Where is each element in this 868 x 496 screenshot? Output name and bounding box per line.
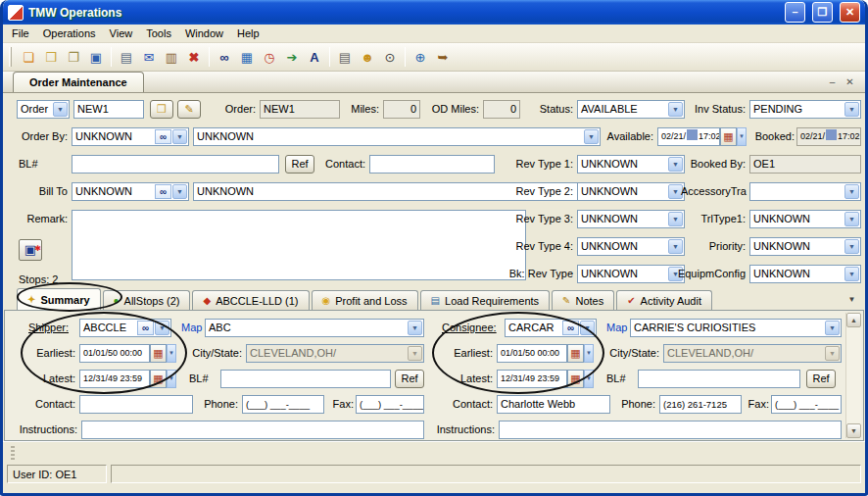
combo-arrow-icon[interactable]	[844, 184, 859, 199]
binoculars-icon[interactable]	[155, 129, 171, 144]
combo-arrow-icon[interactable]	[172, 129, 187, 144]
tab-order-maintenance[interactable]: Order Maintenance	[13, 72, 144, 92]
shipper-ref-button[interactable]: Ref	[395, 370, 424, 388]
printer-icon[interactable]: ▤	[334, 46, 356, 68]
menu-file[interactable]: File	[5, 25, 36, 41]
calendar-picker-icon[interactable]	[150, 344, 167, 363]
consignee-fax-input[interactable]: (___) ___-____	[771, 395, 842, 414]
rev-type-4-select[interactable]: UNKNOWN	[577, 237, 685, 256]
shipper-map-label[interactable]: Map	[181, 322, 207, 334]
combo-arrow-icon[interactable]	[844, 212, 859, 226]
consignee-code-field[interactable]: CARCAR	[505, 319, 597, 337]
consignee-contact-input[interactable]: Charlotte Webb	[497, 395, 610, 414]
available-date-field[interactable]: 02/21/17:02	[657, 127, 720, 146]
calendar-picker-icon[interactable]	[150, 370, 167, 388]
delete-order-icon[interactable]: ✖	[183, 46, 205, 68]
shipper-fax-input[interactable]: (___) ___-____	[356, 395, 424, 414]
tab-allstops[interactable]: AllStops (2)	[103, 290, 191, 310]
consignee-map-select[interactable]: CARRIE'S CURIOSITIES	[630, 319, 842, 337]
date-dropdown-icon[interactable]	[584, 344, 594, 363]
close-button[interactable]	[840, 2, 860, 23]
combo-arrow-icon[interactable]	[825, 321, 840, 335]
calendar-picker-icon[interactable]	[567, 370, 584, 388]
save-order-icon[interactable]: ▣	[85, 46, 107, 68]
bk-rev-type-select[interactable]: UNKNOWN	[577, 265, 685, 283]
zoom-icon[interactable]: ⊙	[379, 46, 401, 68]
font-icon[interactable]: A	[304, 46, 325, 68]
dispatch-icon[interactable]: ➔	[281, 46, 303, 68]
tab-load-requirements[interactable]: Load Requirements	[420, 290, 550, 310]
tab-activity-audit[interactable]: Activity Audit	[616, 290, 712, 310]
exit-icon[interactable]: ➥	[432, 46, 454, 68]
consignee-label[interactable]: Consignee:	[442, 322, 501, 334]
menu-help[interactable]: Help	[230, 25, 266, 41]
bl-number-input[interactable]	[72, 155, 279, 174]
tab-overflow-button[interactable]	[844, 293, 859, 307]
date-dropdown-icon[interactable]	[167, 344, 176, 363]
combo-arrow-icon[interactable]	[172, 184, 187, 199]
shipper-map-select[interactable]: ABC	[205, 319, 424, 337]
summary-scrollbar[interactable]	[845, 313, 861, 438]
combo-arrow-icon[interactable]	[668, 102, 683, 117]
dock-grip[interactable]	[11, 446, 15, 460]
shipper-contact-input[interactable]	[79, 395, 193, 414]
calendar-picker-icon[interactable]	[720, 127, 737, 146]
tab-notes[interactable]: Notes	[552, 290, 614, 310]
web-icon[interactable]: ⊕	[410, 46, 431, 68]
binoculars-icon[interactable]	[155, 184, 171, 199]
bill-to-code-field[interactable]: UNKNOWN	[72, 182, 189, 201]
bl-ref-button[interactable]: Ref	[285, 155, 314, 174]
calendar-icon[interactable]: ▦	[236, 46, 258, 68]
menu-operations[interactable]: Operations	[36, 25, 103, 41]
tab-summary[interactable]: Summary	[17, 288, 101, 310]
priority-select[interactable]: UNKNOWN	[749, 237, 861, 256]
toolbar-grip[interactable]	[9, 47, 12, 67]
combo-arrow-icon[interactable]	[844, 239, 859, 254]
combo-arrow-icon[interactable]	[580, 321, 595, 335]
rev-type-1-select[interactable]: UNKNOWN	[577, 155, 685, 174]
status-select[interactable]: AVAILABLE	[577, 100, 685, 119]
scroll-up-icon[interactable]	[846, 313, 861, 327]
tab-profit-and-loss[interactable]: Profit and Loss	[312, 290, 418, 310]
mail-icon[interactable]: ✉	[138, 46, 160, 68]
minimize-button[interactable]	[785, 2, 805, 23]
date-dropdown-icon[interactable]	[584, 370, 594, 388]
combo-arrow-icon[interactable]	[53, 102, 68, 117]
calendar-picker-icon[interactable]	[567, 344, 584, 363]
panel-close-icon[interactable]	[843, 75, 857, 90]
maximize-button[interactable]	[812, 2, 833, 23]
shipper-label[interactable]: Shipper:	[28, 322, 75, 334]
combo-arrow-icon[interactable]	[408, 321, 422, 335]
order-by-name-select[interactable]: UNKNOWN	[193, 127, 601, 146]
rev-type-3-select[interactable]: UNKNOWN	[577, 210, 685, 228]
inv-status-select[interactable]: PENDING	[749, 100, 861, 119]
order-type-select[interactable]: Order	[17, 100, 70, 119]
consignee-earliest-field[interactable]: 01/01/50 00:00	[497, 344, 567, 363]
combo-arrow-icon[interactable]	[844, 267, 859, 281]
consignee-ref-button[interactable]: Ref	[806, 370, 836, 388]
binoculars-icon[interactable]	[137, 321, 154, 335]
shipper-latest-field[interactable]: 12/31/49 23:59	[79, 370, 150, 388]
order-by-code-field[interactable]: UNKNOWN	[72, 127, 189, 146]
combo-arrow-icon[interactable]	[584, 129, 599, 144]
consignee-phone-input[interactable]: (216) 261-7125	[659, 395, 742, 414]
panel-minimize-icon[interactable]	[825, 75, 840, 90]
journal-icon[interactable]: ▥	[161, 46, 182, 68]
consignee-latest-field[interactable]: 12/31/49 23:59	[497, 370, 567, 388]
shipper-instructions-input[interactable]	[81, 421, 424, 439]
consignee-bl-input[interactable]	[638, 370, 800, 388]
order-detail-button[interactable]: ❒	[150, 100, 173, 119]
binoculars-icon[interactable]	[562, 321, 579, 335]
open-order-icon[interactable]: ❒	[40, 46, 62, 68]
print-icon[interactable]: ▤	[116, 46, 137, 68]
shipper-bl-input[interactable]	[220, 370, 391, 388]
date-dropdown-icon[interactable]	[167, 370, 176, 388]
consignee-instructions-input[interactable]	[499, 421, 842, 439]
combo-arrow-icon[interactable]	[844, 102, 859, 117]
rev-type-2-select[interactable]: UNKNOWN	[577, 182, 685, 201]
tab-abccle-lld[interactable]: ABCCLE-LLD (1)	[192, 290, 309, 310]
consignee-map-label[interactable]: Map	[606, 322, 632, 334]
order-edit-button[interactable]: ✎	[177, 100, 201, 119]
shipper-phone-input[interactable]: (___) ___-____	[242, 395, 324, 414]
contact-input[interactable]	[369, 155, 495, 174]
